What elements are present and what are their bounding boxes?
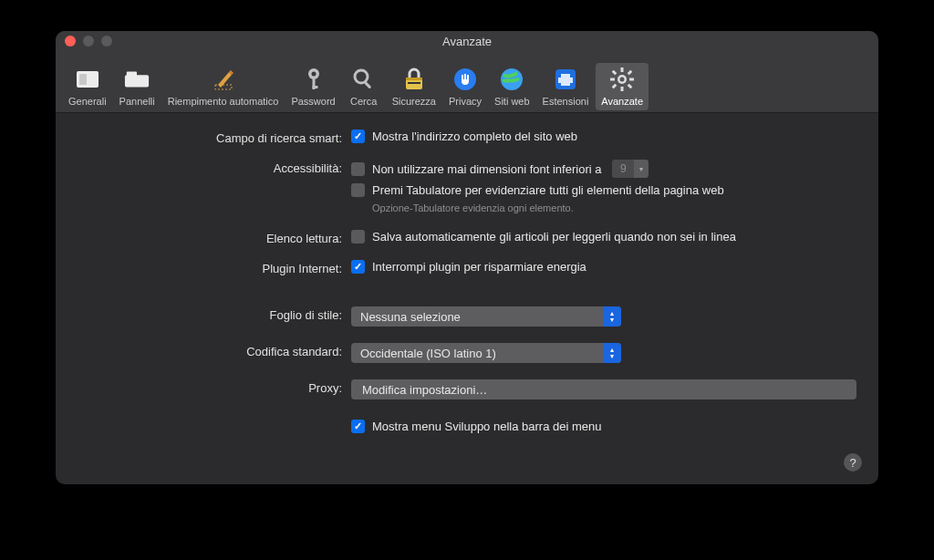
- pencil-icon: [211, 67, 236, 92]
- svg-rect-2: [125, 75, 149, 87]
- tab-passwords[interactable]: Password: [285, 63, 340, 110]
- tab-highlight-hint: Opzione-Tabulatore evidenzia ogni elemen…: [372, 202, 856, 213]
- tab-search[interactable]: Cerca: [343, 63, 385, 110]
- min-font-label: Non utilizzare mai dimensioni font infer…: [372, 162, 601, 176]
- gear-icon: [609, 67, 635, 92]
- updown-icon: [603, 343, 621, 363]
- svg-rect-21: [629, 78, 634, 81]
- tab-advanced[interactable]: Avanzate: [596, 63, 649, 110]
- stop-plugins-checkbox[interactable]: [351, 260, 365, 274]
- min-font-select[interactable]: 9 ▾: [612, 160, 649, 178]
- svg-rect-1: [79, 74, 87, 85]
- tab-label: Cerca: [350, 96, 377, 107]
- svg-rect-24: [612, 84, 617, 89]
- traffic-lights: [65, 36, 112, 47]
- tab-label: Generali: [68, 96, 107, 107]
- svg-rect-19: [621, 87, 624, 91]
- lock-icon: [401, 67, 427, 92]
- stylesheet-popup[interactable]: Nessuna selezione: [351, 306, 621, 327]
- minimize-window-button[interactable]: [83, 36, 94, 47]
- min-font-checkbox[interactable]: [351, 162, 365, 176]
- encoding-value: Occidentale (ISO latino 1): [360, 347, 496, 360]
- tab-label: Riempimento automatico: [168, 96, 279, 107]
- save-offline-checkbox[interactable]: [351, 230, 365, 244]
- tab-label: Privacy: [449, 96, 482, 107]
- tab-label: Siti web: [494, 96, 530, 107]
- proxy-label: Proxy:: [78, 379, 351, 395]
- tab-label: Sicurezza: [392, 96, 436, 107]
- svg-rect-25: [628, 84, 633, 89]
- stylesheet-label: Foglio di stile:: [78, 306, 351, 322]
- advanced-pane: Campo di ricerca smart: Mostra l'indiriz…: [56, 113, 878, 484]
- close-window-button[interactable]: [65, 36, 76, 47]
- accessibility-label: Accessibilità:: [78, 160, 351, 175]
- svg-rect-8: [312, 86, 317, 88]
- svg-rect-20: [610, 78, 615, 81]
- tab-label: Password: [291, 96, 335, 107]
- window-title: Avanzate: [65, 35, 869, 48]
- tab-label: Avanzate: [601, 96, 643, 107]
- key-icon: [301, 67, 327, 92]
- tabs-icon: [124, 67, 150, 92]
- chevron-down-icon: ▾: [634, 160, 649, 178]
- globe-icon: [499, 67, 524, 92]
- encoding-popup[interactable]: Occidentale (ISO latino 1): [351, 343, 621, 363]
- show-full-address-label: Mostra l'indirizzo completo del sito web: [372, 130, 577, 143]
- prefs-toolbar: Generali Pannelli Riempimento automatico…: [56, 51, 878, 113]
- show-develop-label: Mostra menu Sviluppo nella barra dei men…: [372, 420, 601, 433]
- internet-plugin-label: Plugin Internet:: [78, 260, 351, 275]
- tab-label: Estensioni: [543, 96, 589, 107]
- show-develop-checkbox[interactable]: [351, 420, 365, 433]
- updown-icon: [603, 306, 621, 327]
- svg-point-6: [311, 72, 316, 77]
- tab-highlight-label: Premi Tabulatore per evidenziare tutti g…: [372, 183, 724, 197]
- tab-security[interactable]: Sicurezza: [387, 63, 441, 110]
- tab-privacy[interactable]: Privacy: [443, 63, 487, 110]
- reading-list-label: Elenco lettura:: [78, 230, 351, 245]
- help-button[interactable]: ?: [844, 453, 862, 472]
- stylesheet-value: Nessuna selezione: [360, 310, 461, 324]
- svg-rect-10: [364, 81, 371, 88]
- encoding-label: Codifica standard:: [78, 343, 351, 358]
- preferences-window: Avanzate Generali Pannelli Riempimento a…: [56, 31, 878, 484]
- svg-rect-22: [612, 70, 617, 76]
- show-full-address-checkbox[interactable]: [351, 130, 365, 143]
- tab-tabs[interactable]: Pannelli: [114, 63, 161, 110]
- min-font-value: 9: [612, 160, 634, 178]
- hand-icon: [452, 67, 478, 92]
- tab-websites[interactable]: Siti web: [489, 63, 535, 110]
- tab-extensions[interactable]: Estensioni: [537, 63, 595, 110]
- svg-rect-13: [408, 82, 420, 84]
- tab-label: Pannelli: [119, 96, 155, 107]
- titlebar: Avanzate: [56, 31, 878, 51]
- svg-rect-4: [215, 85, 232, 89]
- save-offline-label: Salva automaticamente gli articoli per l…: [372, 230, 736, 244]
- svg-point-9: [355, 70, 368, 83]
- stop-plugins-label: Interrompi plugin per risparmiare energi…: [372, 260, 586, 274]
- tab-general[interactable]: Generali: [63, 63, 112, 110]
- tab-highlight-checkbox[interactable]: [351, 183, 365, 197]
- zoom-window-button[interactable]: [101, 36, 112, 47]
- puzzle-icon: [553, 67, 578, 92]
- switch-icon: [75, 67, 100, 92]
- svg-point-26: [620, 78, 625, 82]
- tab-autofill[interactable]: Riempimento automatico: [162, 63, 285, 110]
- svg-rect-3: [127, 72, 137, 78]
- svg-rect-18: [621, 67, 624, 72]
- magnifier-icon: [351, 67, 377, 92]
- smart-search-label: Campo di ricerca smart:: [78, 130, 351, 145]
- svg-rect-12: [406, 78, 422, 80]
- proxy-settings-button[interactable]: Modifica impostazioni…: [351, 379, 856, 399]
- proxy-button-label: Modifica impostazioni…: [362, 383, 487, 397]
- svg-rect-23: [628, 70, 633, 76]
